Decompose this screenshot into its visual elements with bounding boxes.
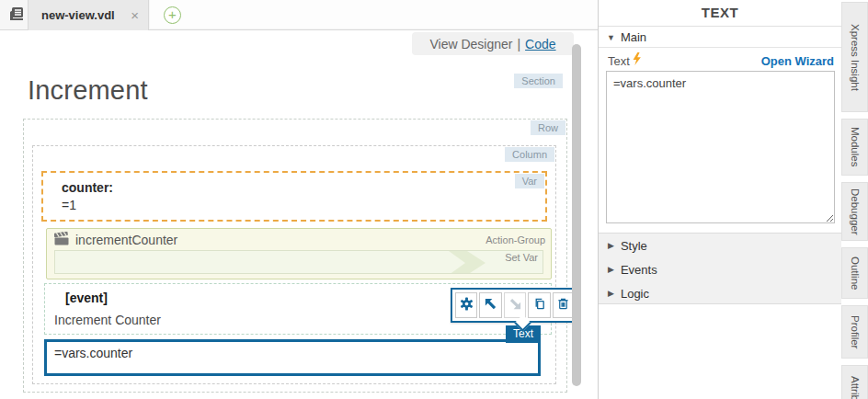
trash-icon <box>556 297 570 314</box>
side-tab-profiler[interactable]: Profiler <box>841 305 868 359</box>
add-view-button[interactable]: + <box>164 6 181 24</box>
side-tab-xpress-insight[interactable]: Xpress Insight <box>841 2 868 112</box>
tab-close-icon[interactable]: × <box>131 8 139 22</box>
tab-bar: new-view.vdl × + <box>0 0 598 30</box>
side-tab-attribute[interactable]: Attribute <box>841 365 868 399</box>
section-events[interactable]: ▶ Events <box>599 257 841 281</box>
chevron-down-icon: ▼ <box>607 33 615 42</box>
side-tab-modules[interactable]: Modules <box>841 119 868 176</box>
arrow-up-left-icon <box>484 297 497 314</box>
section-events-label: Events <box>621 263 657 277</box>
var-value: =1 <box>62 198 76 212</box>
side-tab-outline[interactable]: Outline <box>841 247 868 299</box>
row-badge: Row <box>531 120 565 135</box>
copy-icon <box>532 297 546 314</box>
arrow-down-right-icon <box>508 297 522 314</box>
set-var-badge: Set Var <box>505 252 538 263</box>
section-logic[interactable]: ▶ Logic <box>599 281 841 305</box>
action-group-header: incrementCounter Action-Group <box>54 232 545 248</box>
action-group-badge: Action-Group <box>485 234 545 245</box>
event-title: Increment Counter <box>54 313 161 327</box>
properties-panel: TEXT ▼ Main Text Open Wizard =vars.count… <box>598 0 841 399</box>
side-tab-strip: Xpress Insight Modules Debugger Outline … <box>841 0 868 399</box>
element-toolbar <box>451 288 579 323</box>
set-var-element[interactable]: Set Var <box>54 250 543 274</box>
event-tag: [event] <box>65 291 108 305</box>
column-badge: Column <box>505 147 554 162</box>
tab-bar-empty-area <box>150 0 598 28</box>
side-tab-debugger[interactable]: Debugger <box>841 182 868 241</box>
settings-button[interactable] <box>455 292 477 318</box>
view-list-button[interactable] <box>6 6 27 25</box>
open-wizard-link[interactable]: Open Wizard <box>761 54 834 68</box>
duplicate-button[interactable] <box>528 292 550 318</box>
collapsed-sections: ▶ Style ▶ Events ▶ Logic <box>599 233 841 304</box>
mode-separator: | <box>517 37 520 51</box>
section-badge: Section <box>514 74 563 88</box>
view-list-icon <box>8 6 25 25</box>
select-parent-button[interactable] <box>479 292 501 318</box>
canvas-scrollbar[interactable] <box>572 44 581 386</box>
action-group-name: incrementCounter <box>75 233 177 247</box>
code-link[interactable]: Code <box>525 37 555 51</box>
view-designer-window: new-view.vdl × + View Designer | Code In… <box>0 0 868 399</box>
flow-chevron-icon <box>449 251 489 273</box>
bolt-icon <box>632 52 642 69</box>
section-style-label: Style <box>621 239 647 253</box>
chevron-right-icon: ▶ <box>608 241 614 250</box>
var-element[interactable]: Var counter: =1 <box>41 171 547 222</box>
gear-icon <box>459 296 474 315</box>
chevron-right-icon: ▶ <box>608 289 614 298</box>
var-badge: Var <box>515 174 544 188</box>
text-field-label: Text <box>608 54 630 68</box>
section-title: Increment <box>28 75 148 106</box>
chevron-right-icon: ▶ <box>608 265 614 274</box>
panel-title: TEXT <box>599 5 841 20</box>
view-designer-label: View Designer <box>429 37 512 51</box>
text-element-content: =vars.counter <box>54 346 132 360</box>
section-logic-label: Logic <box>621 287 649 301</box>
var-name: counter: <box>62 180 113 195</box>
text-field-row: Text Open Wizard <box>608 52 834 69</box>
tab-title: new-view.vdl <box>41 8 115 22</box>
section-main-label: Main <box>621 30 646 44</box>
section-style[interactable]: ▶ Style <box>599 234 841 257</box>
designer-canvas: View Designer | Code Increment Section R… <box>0 31 598 399</box>
text-element-selected[interactable]: =vars.counter Text <box>44 339 541 376</box>
action-group-element[interactable]: incrementCounter Action-Group Set Var <box>46 228 552 279</box>
panel-divider <box>599 26 841 27</box>
section-main[interactable]: ▼ Main <box>599 28 841 48</box>
view-mode-toggle: View Designer | Code <box>412 32 574 55</box>
clapperboard-icon <box>54 232 69 249</box>
text-value-input[interactable]: =vars.counter <box>606 71 835 223</box>
tab-new-view[interactable]: new-view.vdl × <box>28 0 149 30</box>
